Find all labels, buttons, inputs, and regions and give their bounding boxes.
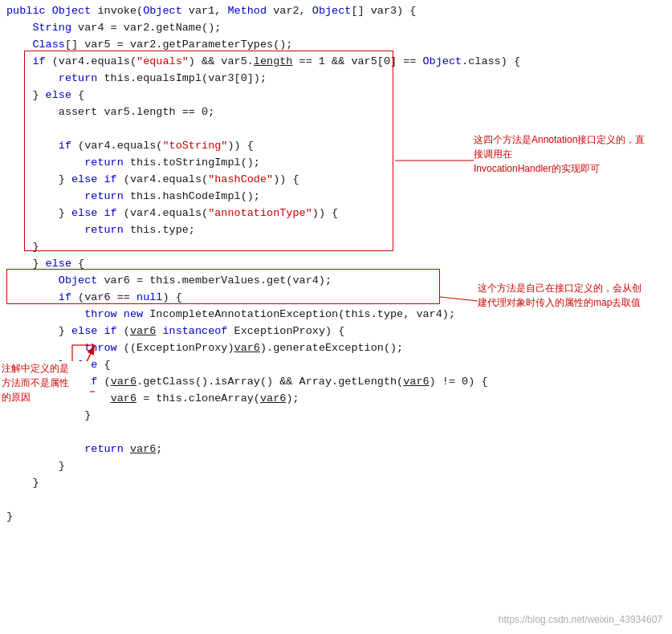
code-line: return this.type;	[0, 222, 672, 239]
code-line: } else {	[0, 87, 672, 104]
code-line: assert var5.length == 0;	[0, 104, 672, 121]
code-lines: public Object invoke(Object var1, Method…	[0, 3, 672, 526]
code-line: }	[0, 239, 672, 256]
watermark: https://blog.csdn.net/weixin_43934607	[499, 612, 662, 628]
code-line: }	[0, 408, 672, 425]
code-line: var6 = this.cloneArray(var6);	[0, 391, 672, 408]
code-line: public Object invoke(Object var1, Method…	[0, 3, 672, 20]
code-line: }	[0, 475, 672, 492]
code-line: } else {	[0, 256, 672, 273]
callout-annotation-2: 这个方法是自己在接口定义的，会从创建代理对象时传入的属性的map去取值	[478, 281, 646, 310]
code-line: }	[0, 509, 672, 526]
code-line: return this.equalsImpl(var3[0]);	[0, 71, 672, 87]
code-line: if (var4.equals("equals") && var5.length…	[0, 54, 672, 71]
code-line: String var4 = var2.getName();	[0, 20, 672, 37]
code-line	[0, 425, 672, 441]
callout-annotation-1: 这四个方法是Annotation接口定义的，直接调用在InvocationHan…	[474, 132, 650, 176]
code-line	[0, 492, 672, 509]
code-line: } else if (var4.equals("annotationType")…	[0, 205, 672, 222]
code-line: } else {	[0, 357, 672, 374]
code-line: return var6;	[0, 441, 672, 458]
code-line: throw ((ExceptionProxy)var6).generateExc…	[0, 340, 672, 357]
code-line: return this.hashCodeImpl();	[0, 189, 672, 205]
code-container: public Object invoke(Object var1, Method…	[0, 0, 672, 634]
code-line: } else if (var6 instanceof ExceptionProx…	[0, 323, 672, 340]
code-line: Class[] var5 = var2.getParameterTypes();	[0, 37, 672, 54]
code-line: if (var6.getClass().isArray() && Array.g…	[0, 374, 672, 391]
code-line: }	[0, 458, 672, 475]
callout-annotation-3: 注解中定义的是方法而不是属性的原因	[2, 361, 90, 404]
